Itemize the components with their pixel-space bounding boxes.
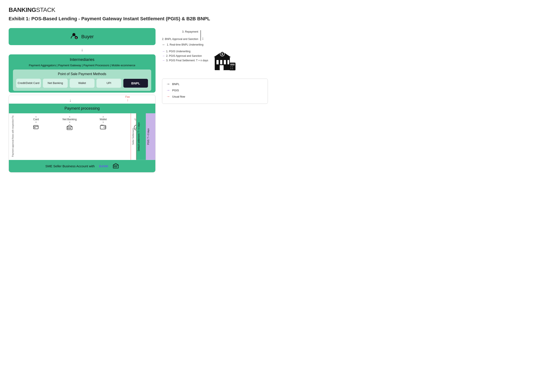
pos-method-wallet: Wallet [70,79,95,88]
pgis-item-3: → 3. PGIS Final Settlement: T + n days [162,59,208,62]
pgis-arrow-3: → [162,59,165,62]
right-column: 3. Repayment 2. BNPL Approval and Sancti… [162,28,268,104]
settlement-cols: Seller Settlement Default settlement: T … [131,113,155,160]
pgis-label-3: 3. PGIS Final Settlement: T + n days [166,59,208,62]
bank-building: $ [213,50,236,74]
top-right-section: 3. Repayment 2. BNPL Approval and Sancti… [162,30,268,41]
left-column: $ Buyer Intermediaries Payment Aggregato… [9,28,156,173]
pgis-items: → 1. PGIS Underwriting → 2. PGIS Approva… [162,50,208,62]
svg-rect-7 [68,128,68,129]
pos-method-upi: UPI [96,79,121,88]
svg-rect-28 [232,66,233,67]
top-labels: 3. Repayment 2. BNPL Approval and Sancti… [162,30,200,41]
svg-rect-9 [70,128,71,129]
pos-method-card: Credit/Debit Card [16,79,41,88]
seller-settlement-col: Seller Settlement [131,113,136,160]
bnpl-underwriting-row: ← 1. Real-time BNPL Underwriting [162,43,268,47]
intermediaries-box: Intermediaries Payment Aggregators | Pay… [9,54,156,93]
pgis-label-1: 1. PGIS Underwriting [166,50,191,53]
pgis-arrow-2: → [162,54,165,57]
logo-bold: BANKING [9,7,36,13]
svg-rect-14 [114,166,114,167]
svg-rect-23 [227,60,229,64]
pos-methods: Credit/Debit Card Net Banking Wallet UPI… [16,79,148,88]
pgis-arrow-1: → [162,50,165,53]
pos-title: Point of Sale Payment Methods [16,72,148,76]
legend-pgis-arrow: → [166,88,170,93]
sme-bar: SME Seller Business Account with BANK [9,160,155,172]
svg-rect-15 [115,166,116,167]
left-arrow: ← [162,43,165,47]
pgis-settlement-col: PGIS: T + 0 days [146,113,155,160]
svg-rect-10 [100,126,106,129]
svg-rect-3 [34,126,38,129]
pos-method-netbanking: Net Banking [43,79,68,88]
payment-item-wallet: ∧ Wallet ∨ [86,115,120,157]
svg-rect-30 [232,68,233,69]
svg-text:$: $ [76,37,77,39]
bnpl-underwriting-label: 1. Real-time BNPL Underwriting [167,43,204,46]
svg-rect-5 [34,127,35,128]
svg-text:$: $ [221,52,223,56]
legend-bnpl-label: BNPL [172,83,179,86]
repayment-label: 3. Repayment [182,30,198,33]
bank-icon [113,163,119,169]
fee-label: Fee [125,95,130,98]
wallet-icon [100,125,106,131]
svg-rect-11 [104,126,106,128]
bnpl-approval-label: 2. BNPL Approval and Sanction [162,38,198,41]
payment-processing-bar: Payment processing [9,104,155,113]
sme-text: SME Seller Business Account with [45,164,95,168]
svg-rect-16 [116,166,117,167]
main-layout: $ Buyer Intermediaries Payment Aggregato… [9,28,268,173]
fee-arrow: ↑ [127,98,128,102]
default-settlement-col: Default settlement: T + n days [136,113,146,160]
legend-pgis-label: PGIS [172,89,179,92]
payment-item-netbanking: ∧ Net Banking ∨ [53,115,87,157]
svg-rect-24 [220,65,224,70]
page-title: Exhibit 1: POS-Based Lending - Payment G… [9,16,268,21]
buyer-icon: $ [71,32,78,41]
legend-pgis: → PGIS [166,88,264,93]
intermediaries-title: Intermediaries [13,57,151,62]
svg-rect-8 [69,128,70,129]
buyer-label: Buyer [81,34,93,40]
bracket-down-arrow: ↓ [202,36,204,41]
pos-method-bnpl: BNPL [123,79,148,88]
pgis-item-2: → 2. PGIS Approval and Sanction [162,54,208,57]
legend-usual-label: Usual flow [172,95,185,98]
buyer-to-intermediaries-arrow [9,45,156,54]
arrow-to-payment: ↓ [13,98,71,103]
buyer-box: $ Buyer [9,28,156,45]
svg-rect-26 [230,64,234,65]
bank-section: → 1. PGIS Underwriting → 2. PGIS Approva… [162,50,268,74]
payment-section: ↓ Fee ↑ Payment processing Payment appro… [9,95,156,173]
bracket-arrow: ↓ [201,30,204,41]
legend-bnpl-arrow: → [166,82,170,86]
legend-usual-arrow: → [166,94,170,99]
svg-rect-22 [224,60,226,64]
card-icon [33,125,39,131]
legend-box: → BNPL → PGIS → Usual flow [162,79,268,104]
svg-rect-20 [216,60,219,64]
payment-items-row: Payment approval flows with respective F… [9,113,155,160]
payment-item-card: ∧ Card ∨ [19,115,53,157]
svg-rect-21 [220,60,222,64]
fee-row: ↓ Fee ↑ [9,95,155,104]
pgis-label-2: 2. PGIS Approval and Sanction [166,54,202,57]
payment-approval-label: Payment approval flows with respective F… [11,115,19,157]
legend-bnpl: → BNPL [166,82,264,86]
pgis-item-1: → 1. PGIS Underwriting [162,50,208,53]
intermediaries-subtitle: Payment Aggregators | Payment Gateway | … [13,64,151,67]
svg-rect-29 [230,68,231,69]
svg-rect-27 [230,66,231,67]
bank-word: BANK [99,164,108,168]
pos-section: Point of Sale Payment Methods Credit/Deb… [13,70,151,91]
logo-light: STACK [36,7,55,13]
logo: BANKINGSTACK [9,7,268,13]
legend-usual: → Usual flow [166,94,264,99]
netbanking-icon [67,125,73,132]
